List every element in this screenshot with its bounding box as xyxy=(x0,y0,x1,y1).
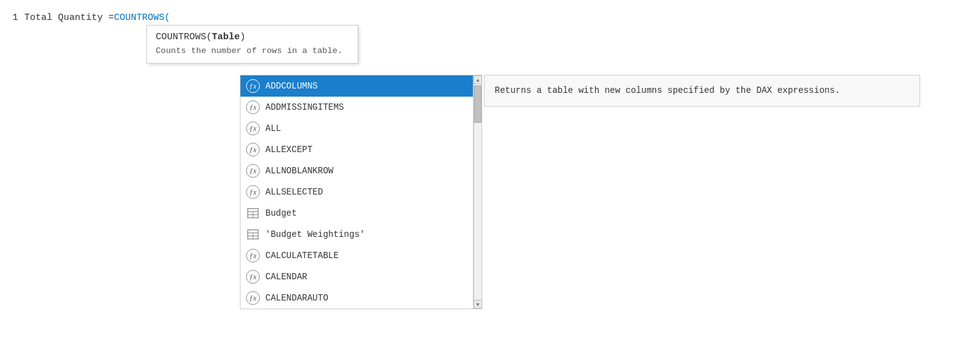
description-panel: Returns a table with new columns specifi… xyxy=(484,75,920,107)
fx-icon-calendar: ƒx xyxy=(245,269,260,284)
fx-icon-all: ƒx xyxy=(245,121,260,136)
autocomplete-item-allnoblankrow[interactable]: ƒx ALLNOBLANKROW xyxy=(240,160,473,181)
fx-icon-allselected: ƒx xyxy=(245,185,260,199)
code-measure-name: Total Quantity = xyxy=(24,11,114,26)
code-line-1: 1 Total Quantity = COUNTROWS( xyxy=(12,11,968,26)
tooltip-func-name: COUNTROWS( xyxy=(156,32,212,42)
item-label-allexcept: ALLEXCEPT xyxy=(265,145,313,155)
table-icon-budget-weightings xyxy=(245,227,260,242)
code-function-name: COUNTROWS( xyxy=(114,11,170,26)
autocomplete-item-budget-weightings[interactable]: 'Budget Weightings' xyxy=(240,224,473,245)
tooltip-signature: COUNTROWS(Table) xyxy=(156,32,349,42)
autocomplete-item-allexcept[interactable]: ƒx ALLEXCEPT xyxy=(240,139,473,160)
autocomplete-item-calendar[interactable]: ƒx CALENDAR xyxy=(240,266,473,287)
autocomplete-item-addcolumns[interactable]: ƒx ADDCOLUMNS xyxy=(240,75,473,97)
item-label-allnoblankrow: ALLNOBLANKROW xyxy=(265,166,333,176)
table-icon-budget xyxy=(245,206,260,221)
fx-icon-allexcept: ƒx xyxy=(245,142,260,157)
autocomplete-list: ƒx ADDCOLUMNS ƒx ADDMISSINGITEMS ƒx ALL … xyxy=(240,75,473,309)
autocomplete-item-addmissingitems[interactable]: ƒx ADDMISSINGITEMS xyxy=(240,97,473,118)
tooltip-description: Counts the number of rows in a table. xyxy=(156,46,349,55)
fx-icon-allnoblankrow: ƒx xyxy=(245,163,260,178)
autocomplete-item-all[interactable]: ƒx ALL xyxy=(240,118,473,139)
autocomplete-item-budget[interactable]: Budget xyxy=(240,203,473,224)
fx-icon-calendarauto: ƒx xyxy=(245,291,260,305)
item-label-budget-weightings: 'Budget Weightings' xyxy=(265,229,365,239)
item-label-addcolumns: ADDCOLUMNS xyxy=(265,81,318,91)
item-label-all: ALL xyxy=(265,123,281,133)
line-number: 1 xyxy=(12,11,18,26)
item-label-calendar: CALENDAR xyxy=(265,272,307,282)
scroll-thumb[interactable] xyxy=(474,85,482,123)
fx-icon-addmissingitems: ƒx xyxy=(245,100,260,115)
autocomplete-scrollbar[interactable]: ▲ ▼ xyxy=(473,75,482,309)
fx-icon-calculatetable: ƒx xyxy=(245,248,260,263)
function-tooltip: COUNTROWS(Table) Counts the number of ro… xyxy=(146,25,358,64)
item-label-calculatetable: CALCULATETABLE xyxy=(265,251,339,261)
tooltip-param-suffix: ) xyxy=(240,32,245,42)
description-text: Returns a table with new columns specifi… xyxy=(495,85,840,95)
autocomplete-container: ƒx ADDCOLUMNS ƒx ADDMISSINGITEMS ƒx ALL … xyxy=(240,75,482,309)
item-label-budget: Budget xyxy=(265,208,297,218)
scroll-up-button[interactable]: ▲ xyxy=(473,75,482,84)
item-label-allselected: ALLSELECTED xyxy=(265,187,323,197)
item-label-addmissingitems: ADDMISSINGITEMS xyxy=(265,102,344,112)
autocomplete-item-calculatetable[interactable]: ƒx CALCULATETABLE xyxy=(240,245,473,266)
item-label-calendarauto: CALENDARAUTO xyxy=(265,293,328,303)
scroll-down-button[interactable]: ▼ xyxy=(473,300,482,309)
fx-icon-addcolumns: ƒx xyxy=(245,79,260,94)
autocomplete-item-allselected[interactable]: ƒx ALLSELECTED xyxy=(240,181,473,203)
autocomplete-item-calendarauto[interactable]: ƒx CALENDARAUTO xyxy=(240,287,473,309)
tooltip-param: Table xyxy=(212,32,240,42)
